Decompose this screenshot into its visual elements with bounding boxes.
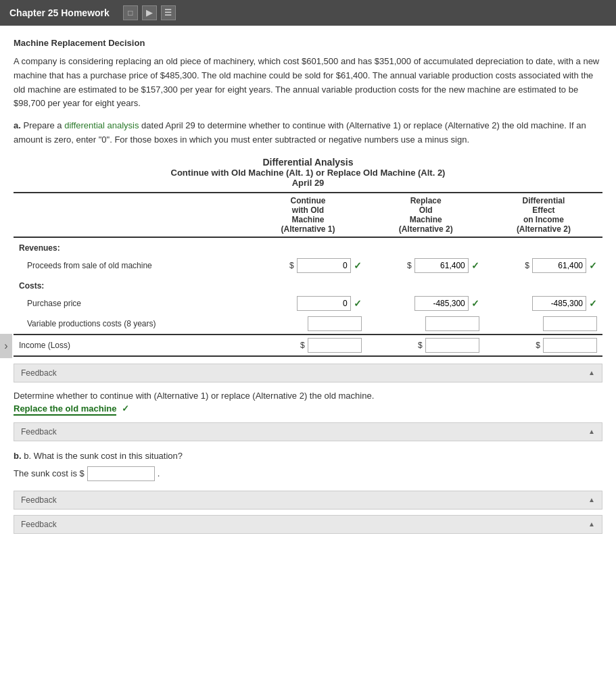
determine-text: Determine whether to continue with (Alte… <box>14 391 602 401</box>
table-title-section: Differential Analysis Continue with Old … <box>14 157 602 188</box>
replace-answer-check: ✓ <box>122 403 129 414</box>
proceeds-alt2-cell: $ ✓ <box>373 258 479 273</box>
feedback-3-arrow: ▲ <box>588 496 595 503</box>
purchase-alt1-cell: ✓ <box>254 296 361 311</box>
income-alt2-input[interactable] <box>425 338 479 353</box>
col-header-differential: DifferentialEffecton Income(Alternative … <box>485 193 602 237</box>
proceeds-alt1-input[interactable] <box>297 258 351 273</box>
differential-link: differential analysis <box>64 120 139 130</box>
variable-alt2-cell <box>373 316 479 331</box>
variable-alt1-input[interactable] <box>308 316 362 331</box>
sunk-cost-period: . <box>158 468 160 478</box>
feedback-box-2[interactable]: Feedback ▲ <box>14 422 602 441</box>
part-b-section: b. b. What is the sunk cost in this situ… <box>14 451 602 481</box>
nav-arrow-left[interactable]: › <box>0 334 12 358</box>
title-bar-text: Chapter 25 Homework <box>9 7 110 18</box>
variable-alt1-cell <box>254 316 361 331</box>
revenues-label: Revenues: <box>14 237 249 255</box>
table-title-line1: Differential Analysis <box>14 157 602 168</box>
income-alt1-input[interactable] <box>308 338 362 353</box>
sunk-cost-input[interactable] <box>87 466 155 481</box>
purchase-alt2-input[interactable] <box>414 296 469 311</box>
feedback-box-1[interactable]: Feedback ▲ <box>14 364 602 382</box>
feedback-4-arrow: ▲ <box>588 520 595 528</box>
feedback-3-label: Feedback <box>21 495 57 505</box>
col-header-continue: Continuewith OldMachine(Alternative 1) <box>249 193 366 237</box>
purchase-alt2-cell: ✓ <box>373 296 479 311</box>
table-title-line2: Continue with Old Machine (Alt. 1) or Re… <box>14 168 602 178</box>
feedback-box-4[interactable]: Feedback ▲ <box>14 515 602 534</box>
col-header-replace: ReplaceOldMachine(Alternative 2) <box>367 193 485 237</box>
video-icon[interactable]: ▶ <box>142 5 157 20</box>
title-bar-icons: □ ▶ ☰ <box>123 5 176 20</box>
feedback-1-arrow: ▲ <box>588 369 595 376</box>
list-icon[interactable]: ☰ <box>161 5 176 20</box>
part-a-instruction: a. Prepare a differential analysis dated… <box>14 119 602 147</box>
section-title: Machine Replacement Decision <box>14 38 602 48</box>
replace-answer-row: Replace the old machine ✓ <box>14 403 602 416</box>
main-content: Machine Replacement Decision A company i… <box>0 26 616 692</box>
variable-label: Variable productions costs (8 years) <box>14 314 249 335</box>
purchase-alt2-check: ✓ <box>471 298 479 309</box>
feedback-2-label: Feedback <box>21 427 57 437</box>
income-alt2-cell: $ <box>373 338 479 353</box>
proceeds-label: Proceeds from sale of old machine <box>14 255 249 276</box>
purchase-diff-cell: ✓ <box>490 296 597 311</box>
variable-alt2-input[interactable] <box>425 316 479 331</box>
income-loss-label: Income (Loss) <box>14 335 249 356</box>
proceeds-diff-check: ✓ <box>589 260 597 271</box>
variable-diff-input[interactable] <box>543 316 597 331</box>
proceeds-alt2-check: ✓ <box>471 260 479 271</box>
income-diff-cell: $ <box>490 338 597 353</box>
sunk-cost-line: The sunk cost is $ . <box>14 466 602 481</box>
part-b-label: b. b. What is the sunk cost in this situ… <box>14 451 602 461</box>
costs-label: Costs: <box>14 276 249 293</box>
variable-diff-cell <box>490 316 597 331</box>
proceeds-diff-input[interactable] <box>532 258 586 273</box>
feedback-4-label: Feedback <box>21 520 57 529</box>
purchase-alt1-input[interactable] <box>297 296 351 311</box>
col-header-1 <box>14 193 249 237</box>
replace-answer-text: Replace the old machine <box>14 403 116 416</box>
income-alt1-cell: $ <box>254 338 361 353</box>
page-icon[interactable]: □ <box>123 5 138 20</box>
purchase-diff-input[interactable] <box>532 296 586 311</box>
proceeds-alt2-input[interactable] <box>414 258 469 273</box>
purchase-label: Purchase price <box>14 293 249 314</box>
feedback-2-arrow: ▲ <box>588 428 595 435</box>
proceeds-alt1-cell: $ ✓ <box>254 258 361 273</box>
feedback-box-3[interactable]: Feedback ▲ <box>14 491 602 510</box>
title-bar: Chapter 25 Homework □ ▶ ☰ <box>0 0 616 26</box>
feedback-1-label: Feedback <box>21 368 57 378</box>
purchase-alt1-check: ✓ <box>354 298 362 309</box>
sunk-cost-text: The sunk cost is $ <box>14 468 85 478</box>
proceeds-alt1-check: ✓ <box>354 260 362 271</box>
table-title-line3: April 29 <box>14 178 602 188</box>
income-diff-input[interactable] <box>543 338 597 353</box>
proceeds-diff-cell: $ ✓ <box>490 258 597 273</box>
problem-text: A company is considering replacing an ol… <box>14 55 602 111</box>
differential-table: Continuewith OldMachine(Alternative 1) R… <box>14 192 602 357</box>
purchase-diff-check: ✓ <box>589 298 597 309</box>
